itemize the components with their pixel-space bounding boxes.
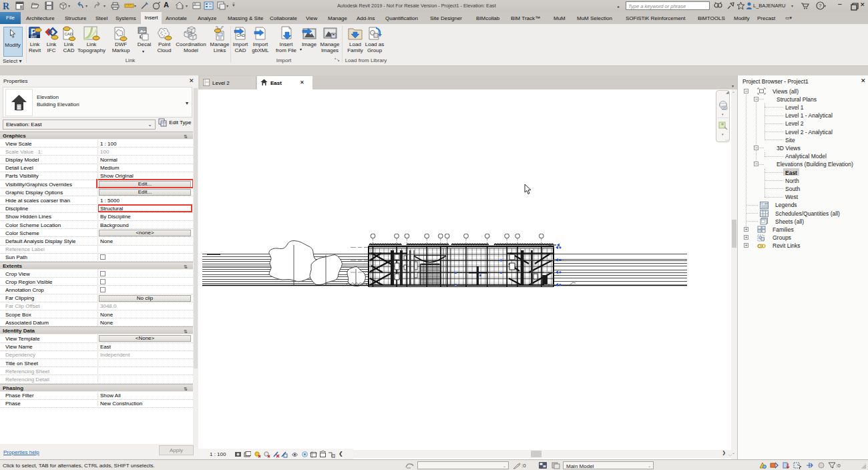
svg-text:R: R — [3, 1, 10, 11]
svg-text:?: ? — [819, 3, 822, 9]
svg-text:CAD: CAD — [65, 32, 73, 36]
svg-text:2D: 2D — [722, 107, 727, 110]
svg-text:CAD: CAD — [237, 33, 246, 37]
svg-text:RVT: RVT — [31, 35, 37, 39]
